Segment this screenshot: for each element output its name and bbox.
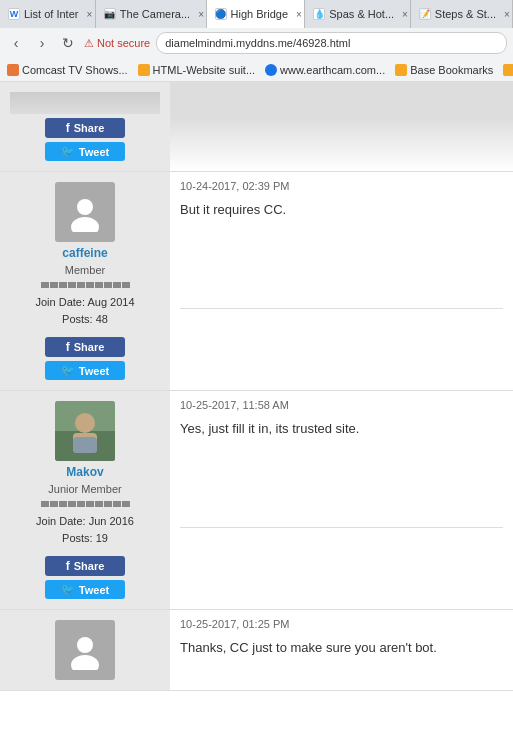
post-top-partial: f Share 🐦 Tweet — [0, 82, 513, 172]
tab-bar: W List of Inter × 📷 The Camera... × 🔵 Hi… — [0, 0, 513, 28]
svg-point-8 — [71, 655, 99, 670]
bookmark-label: Comcast TV Shows... — [22, 64, 128, 76]
warning-icon: ⚠ — [84, 37, 94, 50]
avatar-makov — [55, 401, 115, 461]
bookmark-icon — [503, 64, 513, 76]
facebook-share-button[interactable]: f Share — [45, 118, 125, 138]
address-bar-row: ‹ › ↻ ⚠ Not secure diamelmindmi.myddns.m… — [0, 28, 513, 58]
address-text: diamelmindmi.myddns.me/46928.html — [165, 37, 350, 49]
tab-label: List of Inter — [24, 8, 78, 20]
tweet-label: Tweet — [79, 146, 109, 158]
browser-chrome: W List of Inter × 📷 The Camera... × 🔵 Hi… — [0, 0, 513, 82]
post-last-partial: 10-25-2017, 01:25 PM Thanks, CC just to … — [0, 610, 513, 691]
reputation-bar-caffeine — [41, 282, 130, 288]
tab-close-icon[interactable]: × — [198, 9, 204, 20]
bookmark-icon — [138, 64, 150, 76]
facebook-share-button-caffeine[interactable]: f Share — [45, 337, 125, 357]
post-sidebar-makov: Makov Junior Member Join Date: Jun 2016 … — [0, 391, 170, 609]
forward-button[interactable]: › — [32, 33, 52, 53]
tab-label: Spas & Hot... — [329, 8, 394, 20]
user-role-makov: Junior Member — [48, 483, 121, 495]
bookmark-earthcam[interactable]: www.earthcam.com... — [262, 63, 388, 77]
svg-point-1 — [71, 217, 99, 232]
svg-rect-6 — [73, 437, 97, 453]
page-content: f Share 🐦 Tweet caffeine Member — [0, 82, 513, 691]
twitter-tweet-button-caffeine[interactable]: 🐦 Tweet — [45, 361, 125, 380]
facebook-icon: f — [66, 121, 70, 135]
tab-label: The Camera... — [120, 8, 190, 20]
bookmark-label: www.earthcam.com... — [280, 64, 385, 76]
share-label: Share — [74, 560, 105, 572]
user-meta-caffeine: Join Date: Aug 2014 Posts: 48 — [35, 294, 134, 327]
bookmark-icon — [395, 64, 407, 76]
tab-favicon: W — [8, 8, 20, 20]
post-content-caffeine: 10-24-2017, 02:39 PM But it requires CC. — [170, 172, 513, 390]
tab-favicon: 💧 — [313, 8, 325, 20]
post-caffeine: caffeine Member Join Date: Aug 2014 Post… — [0, 172, 513, 391]
post-timestamp-makov: 10-25-2017, 11:58 AM — [180, 399, 503, 411]
bookmark-icon — [7, 64, 19, 76]
avatar-last — [55, 620, 115, 680]
post-sidebar-last — [0, 610, 170, 690]
bookmark-icon — [265, 64, 277, 76]
post-content-last: 10-25-2017, 01:25 PM Thanks, CC just to … — [170, 610, 513, 690]
username-makov[interactable]: Makov — [66, 465, 103, 479]
user-meta-makov: Join Date: Jun 2016 Posts: 19 — [36, 513, 134, 546]
post-text-makov: Yes, just fill it in, its trusted site. — [180, 419, 503, 439]
user-role-caffeine: Member — [65, 264, 105, 276]
post-divider-makov — [180, 527, 503, 528]
twitter-icon: 🐦 — [61, 364, 75, 377]
post-content-makov: 10-25-2017, 11:58 AM Yes, just fill it i… — [170, 391, 513, 609]
svg-point-0 — [77, 199, 93, 215]
reputation-bar-makov — [41, 501, 130, 507]
post-sidebar-partial: f Share 🐦 Tweet — [0, 82, 170, 171]
tab-label: Steps & St... — [435, 8, 496, 20]
makov-avatar-icon — [55, 401, 115, 461]
twitter-icon: 🐦 — [61, 145, 75, 158]
refresh-button[interactable]: ↻ — [58, 33, 78, 53]
share-label: Share — [74, 341, 105, 353]
facebook-share-button-makov[interactable]: f Share — [45, 556, 125, 576]
tab-favicon: 🔵 — [215, 8, 227, 20]
bookmark-html[interactable]: HTML-Website suit... — [135, 63, 259, 77]
back-button[interactable]: ‹ — [6, 33, 26, 53]
tab-high-bridge[interactable]: 🔵 High Bridge × — [207, 0, 306, 28]
post-timestamp-caffeine: 10-24-2017, 02:39 PM — [180, 180, 503, 192]
username-caffeine[interactable]: caffeine — [62, 246, 107, 260]
tab-spas[interactable]: 💧 Spas & Hot... × — [305, 0, 411, 28]
tab-steps[interactable]: 📝 Steps & St... × — [411, 0, 513, 28]
tab-favicon: 📷 — [104, 8, 116, 20]
tweet-label: Tweet — [79, 365, 109, 377]
security-text: Not secure — [97, 37, 150, 49]
post-text-last: Thanks, CC just to make sure you aren't … — [180, 638, 503, 658]
bookmark-base[interactable]: Base Bookmarks — [392, 63, 496, 77]
post-timestamp-last: 10-25-2017, 01:25 PM — [180, 618, 503, 630]
bookmark-label: Base Bookmarks — [410, 64, 493, 76]
post-sidebar-caffeine: caffeine Member Join Date: Aug 2014 Post… — [0, 172, 170, 390]
tab-close-icon[interactable]: × — [402, 9, 408, 20]
tab-the-camera[interactable]: 📷 The Camera... × — [96, 0, 207, 28]
post-makov: Makov Junior Member Join Date: Jun 2016 … — [0, 391, 513, 610]
tab-favicon: 📝 — [419, 8, 431, 20]
default-avatar-icon — [65, 192, 105, 232]
tab-list-of-inter[interactable]: W List of Inter × — [0, 0, 96, 28]
bookmark-ba[interactable]: ba — [500, 63, 513, 77]
post-content-partial — [170, 82, 513, 171]
svg-point-4 — [75, 413, 95, 433]
default-avatar-icon-last — [65, 630, 105, 670]
tab-label: High Bridge — [231, 8, 288, 20]
twitter-icon: 🐦 — [61, 583, 75, 596]
facebook-icon: f — [66, 340, 70, 354]
bookmark-comcast[interactable]: Comcast TV Shows... — [4, 63, 131, 77]
twitter-tweet-button-makov[interactable]: 🐦 Tweet — [45, 580, 125, 599]
share-label: Share — [74, 122, 105, 134]
address-box[interactable]: diamelmindmi.myddns.me/46928.html — [156, 32, 507, 54]
bookmark-label: HTML-Website suit... — [153, 64, 256, 76]
post-text-caffeine: But it requires CC. — [180, 200, 503, 220]
tab-close-icon[interactable]: × — [296, 9, 302, 20]
twitter-tweet-button[interactable]: 🐦 Tweet — [45, 142, 125, 161]
facebook-icon: f — [66, 559, 70, 573]
tab-close-icon[interactable]: × — [504, 9, 510, 20]
tab-close-icon[interactable]: × — [86, 9, 92, 20]
bookmarks-bar: Comcast TV Shows... HTML-Website suit...… — [0, 58, 513, 82]
